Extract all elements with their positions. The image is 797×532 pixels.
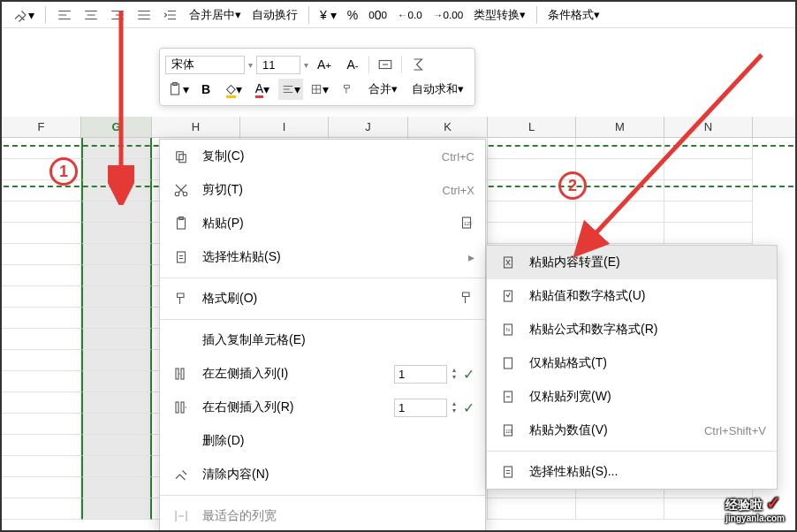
insert-right-count[interactable] [394,399,447,417]
border-icon[interactable]: ▾ [307,79,331,100]
menu-format-painter[interactable]: 格式刷(O) [160,282,485,315]
cell[interactable] [2,329,81,350]
type-convert-button[interactable]: 类型转换 ▾ [470,5,529,25]
cell[interactable] [2,414,81,435]
check-icon[interactable]: ✓ [463,366,474,383]
cell[interactable] [2,244,81,265]
cell[interactable] [2,371,81,392]
decrease-decimal-icon[interactable]: ←0.0 [394,7,426,22]
fill-color-icon[interactable]: ◇▾ [222,79,247,100]
cell[interactable] [81,350,152,371]
cell[interactable] [576,498,664,520]
check-icon[interactable]: ✓ [463,399,474,416]
align-center-icon[interactable] [80,5,102,25]
cell[interactable] [488,223,576,244]
cell[interactable] [81,329,152,350]
col-header-L[interactable]: L [488,117,576,137]
menu-col-width[interactable]: 最适合的列宽 [160,499,485,532]
cell[interactable] [2,498,81,520]
col-header-J[interactable]: J [329,117,408,137]
cell[interactable] [81,223,152,244]
insert-right-icon [171,399,192,415]
merge-cells-icon[interactable] [373,54,398,75]
cell[interactable] [81,308,152,329]
submenu-formula-fmt[interactable]: fx 粘贴公式和数字格式(R) [487,313,777,346]
cell[interactable] [2,435,81,456]
cell[interactable] [2,477,81,498]
percent-icon[interactable]: % [344,6,361,24]
cell[interactable] [81,498,152,520]
font-color-icon[interactable]: A▾ [250,79,275,100]
menu-delete[interactable]: 删除(D) [160,424,485,458]
format-painter-icon[interactable] [335,79,360,100]
cell[interactable] [81,286,152,308]
cell[interactable] [2,308,81,329]
menu-clear[interactable]: 清除内容(N) [160,458,485,491]
paste-special-dialog-icon [497,464,519,480]
menu-cut[interactable]: 剪切(T) Ctrl+X [160,173,485,207]
align-icon[interactable]: ▾ [278,79,303,100]
submenu-fmt-only[interactable]: 仅粘贴格式(T) [487,346,777,380]
svg-rect-21 [505,358,512,369]
spinner[interactable]: ▴▾ [452,400,456,414]
menu-insert-copied[interactable]: 插入复制单元格(E) [160,323,485,357]
cell[interactable] [2,265,81,286]
submenu-col-width[interactable]: 仅粘贴列宽(W) [487,380,777,414]
thousands-icon[interactable]: 000 [365,6,391,24]
increase-font-icon[interactable]: A+ [312,54,337,75]
col-header-I[interactable]: I [240,117,329,137]
cell[interactable] [81,371,152,392]
bold-icon[interactable]: B [194,79,218,100]
sum-icon[interactable] [406,54,430,75]
cell[interactable] [2,350,81,371]
submenu-as-values[interactable]: 123 粘贴为数值(V) Ctrl+Shift+V [487,414,777,447]
submenu-paste-special[interactable]: 选择性粘贴(S)... [487,455,777,489]
increase-decimal-icon[interactable]: →0.00 [429,7,467,22]
merge-label[interactable]: 合并▾ [363,81,403,97]
decrease-font-icon[interactable]: A- [340,54,365,75]
clear-icon [171,467,192,483]
col-header-F[interactable]: F [2,117,81,137]
insert-left-count[interactable] [394,365,447,384]
cell[interactable] [81,392,152,414]
cell[interactable] [488,138,576,159]
cell[interactable] [2,223,81,244]
cell[interactable] [81,477,152,498]
clipboard-icon[interactable]: ▾ [165,79,190,100]
menu-paste-special[interactable]: 选择性粘贴(S) ▸ [160,240,485,274]
menu-insert-right[interactable]: 在右侧插入列(R) ▴▾ ✓ [160,391,485,424]
menu-copy[interactable]: 复制(C) Ctrl+C [160,140,485,173]
annotation-2: 2 [558,171,587,200]
font-size-input[interactable] [256,56,300,74]
cell[interactable] [488,498,576,520]
indent-icon[interactable] [159,5,182,25]
cell[interactable] [81,265,152,286]
justify-icon[interactable] [133,5,156,25]
cell[interactable] [488,201,576,223]
cell[interactable] [81,244,152,265]
submenu-values-fmt[interactable]: 粘贴值和数字格式(U) [487,279,777,313]
cell[interactable] [81,414,152,435]
merge-center-button[interactable]: 合并居中 ▾ [186,5,245,25]
cell[interactable] [2,392,81,414]
menu-insert-left[interactable]: 在左侧插入列(I) ▴▾ ✓ [160,357,485,391]
autosum-label[interactable]: 自动求和▾ [406,81,469,97]
cell[interactable] [2,286,81,308]
cell[interactable] [81,456,152,477]
cell[interactable] [2,456,81,477]
cell[interactable] [2,138,81,159]
col-header-K[interactable]: K [408,117,488,137]
col-header-H[interactable]: H [152,117,240,137]
col-width-icon [171,508,192,524]
wrap-text-button[interactable]: 自动换行 [248,5,301,25]
font-name-input[interactable] [165,56,245,74]
svg-text:123: 123 [464,221,472,226]
spinner[interactable]: ▴▾ [452,367,456,381]
menu-paste[interactable]: 粘贴(P) 123 [160,207,485,240]
cell[interactable] [2,201,81,223]
align-left-icon[interactable] [53,5,76,25]
cell[interactable] [81,435,152,456]
currency-icon[interactable]: ¥ ▾ [316,6,340,24]
conditional-format-button[interactable]: 条件格式 ▾ [544,5,603,25]
eraser-icon[interactable]: ▾ [9,5,38,25]
